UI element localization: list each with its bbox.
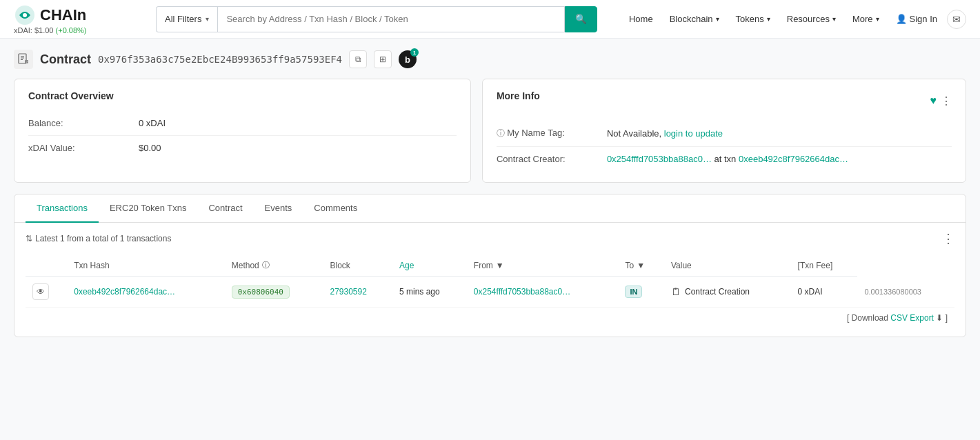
notification-badge: 1: [410, 48, 419, 57]
name-tag-row: ⓘ My Name Tag: Not Available, login to u…: [497, 121, 952, 147]
main-nav: Home Blockchain ▾ Tokens ▾ Resources ▾ M…: [622, 10, 966, 29]
download-icon: ⬇: [936, 313, 943, 323]
search-button[interactable]: 🔍: [565, 6, 597, 32]
xdai-value: $0.00: [139, 143, 161, 153]
table-row: 👁 0xeeb492c8f7962664dac… 0x60806040 2793…: [26, 277, 954, 308]
txn-hash-link[interactable]: 0xeeb492c8f7962664dac…: [74, 287, 175, 297]
page-content: ⬡ Contract 0x976f353a63c75e2EbcE24B99365…: [0, 39, 980, 348]
to-cell: 🗒 Contract Creation: [664, 277, 791, 308]
xdai-value-label: xDAI Value:: [28, 143, 139, 153]
col-method: Method ⓘ: [225, 254, 323, 277]
value-cell: 0 xDAI: [791, 277, 858, 308]
nav-tokens[interactable]: Tokens ▾: [729, 10, 777, 28]
filter-label: All Filters: [165, 14, 201, 24]
nav-home[interactable]: Home: [622, 10, 660, 28]
filter-dropdown[interactable]: All Filters ▾: [156, 6, 217, 32]
svg-rect-3: [21, 56, 24, 57]
contract-label: Contract: [40, 52, 91, 67]
table-info-text: ⇅ Latest 1 from a total of 1 transaction…: [26, 234, 171, 243]
nav-more[interactable]: More ▾: [846, 10, 886, 28]
contract-creator-row: Contract Creator: 0x254fffd7053bba88ac0……: [497, 147, 952, 171]
from-address-link[interactable]: 0x254fffd7053bba88ac0…: [474, 287, 570, 297]
tabs-container: Transactions ERC20 Token Txns Contract E…: [14, 194, 966, 337]
search-input[interactable]: [217, 6, 565, 32]
contract-creator-value: 0x254fffd7053bba88ac0… at txn 0xeeb492c8…: [607, 154, 848, 164]
logo-area: CHAIn xDAI: $1.00 (+0.08%): [14, 4, 124, 34]
creator-txn-link[interactable]: 0xeeb492c8f7962664dac…: [739, 154, 848, 164]
table-header: Txn Hash Method ⓘ Block Age From ▼ To ▼ …: [26, 254, 954, 277]
contract-icon: ⬡: [14, 50, 33, 69]
svg-rect-5: [21, 59, 23, 60]
name-tag-value: Not Available, login to update: [607, 128, 723, 139]
table-more-button[interactable]: ⋮: [942, 231, 954, 246]
csv-text: [ Download: [847, 313, 888, 323]
login-to-update-link[interactable]: login to update: [664, 128, 723, 139]
contract-svg-icon: ⬡: [17, 53, 30, 66]
copy-button[interactable]: ⧉: [349, 50, 367, 68]
col-age: Age: [392, 254, 467, 277]
txn-fee-cell: 0.001336080003: [857, 277, 954, 308]
from-cell: 0x254fffd7053bba88ac0…: [467, 277, 619, 308]
to-filter-icon[interactable]: ▼: [637, 261, 645, 270]
transactions-count-text: Latest 1 from a total of 1 transactions: [35, 234, 171, 243]
block-link[interactable]: 27930592: [330, 287, 367, 297]
more-options-button[interactable]: ⋮: [941, 94, 952, 108]
grid-view-button[interactable]: ⊞: [374, 50, 392, 68]
svg-rect-4: [21, 58, 24, 59]
chevron-down-icon: ▾: [832, 15, 836, 23]
table-area: ⇅ Latest 1 from a total of 1 transaction…: [14, 223, 966, 337]
balance-row: Balance: 0 xDAI: [28, 111, 457, 136]
table-info-row: ⇅ Latest 1 from a total of 1 transaction…: [26, 231, 954, 246]
price-change: (+0.08%): [56, 26, 87, 34]
col-empty: [26, 254, 67, 277]
col-from: From ▼: [467, 254, 619, 277]
eye-cell: 👁: [26, 277, 67, 308]
more-info-title: More Info: [497, 90, 540, 101]
csv-row: [ Download CSV Export ⬇ ]: [26, 308, 954, 328]
tab-events[interactable]: Events: [254, 194, 303, 223]
balance-value: 0 xDAI: [139, 118, 166, 128]
nav-resources[interactable]: Resources ▾: [780, 10, 843, 28]
svg-point-1: [23, 13, 27, 17]
favorite-button[interactable]: ♥: [930, 94, 937, 107]
logo[interactable]: CHAIn: [14, 4, 124, 26]
search-input-wrap: [217, 6, 565, 32]
badge-b-button[interactable]: b 1: [399, 50, 417, 68]
txn-fee-value: 0.001336080003: [864, 288, 921, 296]
contract-creation-label: Contract Creation: [685, 287, 750, 297]
contract-creation-icon: 🗒: [671, 286, 681, 297]
direction-badge: IN: [625, 286, 642, 298]
nav-blockchain[interactable]: Blockchain ▾: [663, 10, 726, 28]
tab-erc20-token-txns[interactable]: ERC20 Token Txns: [99, 194, 198, 223]
contract-overview-title: Contract Overview: [28, 90, 457, 101]
logo-icon: [14, 4, 36, 26]
tab-comments[interactable]: Comments: [303, 194, 368, 223]
tab-transactions[interactable]: Transactions: [26, 194, 99, 223]
filter-sort-icon: ⇅: [26, 234, 32, 243]
avatar[interactable]: ✉: [947, 10, 966, 29]
transactions-table: Txn Hash Method ⓘ Block Age From ▼ To ▼ …: [26, 254, 954, 308]
chevron-down-icon: ▾: [206, 15, 209, 23]
contract-address: 0x976f353a63c75e2EbcE24B993653ff9a57593E…: [98, 54, 342, 65]
sign-in-button[interactable]: 👤 Sign In: [889, 10, 944, 28]
table-body: 👁 0xeeb492c8f7962664dac… 0x60806040 2793…: [26, 277, 954, 308]
age-cell: 5 mins ago: [392, 277, 467, 308]
contract-creator-label: Contract Creator:: [497, 154, 607, 164]
contract-overview-card: Contract Overview Balance: 0 xDAI xDAI V…: [14, 79, 471, 183]
txn-hash-cell: 0xeeb492c8f7962664dac…: [67, 277, 224, 308]
block-cell: 27930592: [323, 277, 393, 308]
chevron-down-icon: ▾: [716, 15, 719, 23]
tab-contract[interactable]: Contract: [197, 194, 253, 223]
col-block: Block: [323, 254, 393, 277]
logo-text: CHAIn: [40, 6, 86, 24]
view-txn-button[interactable]: 👁: [32, 283, 49, 300]
method-info-icon[interactable]: ⓘ: [262, 260, 270, 270]
csv-export-link[interactable]: CSV Export: [890, 313, 934, 323]
price-value: xDAI: $1.00: [14, 26, 53, 34]
envelope-icon: ✉: [952, 14, 961, 25]
xdai-value-row: xDAI Value: $0.00: [28, 136, 457, 160]
creator-address-link[interactable]: 0x254fffd7053bba88ac0…: [607, 154, 712, 164]
direction-to-cell: IN: [618, 277, 664, 308]
balance-label: Balance:: [28, 118, 139, 128]
from-filter-icon[interactable]: ▼: [496, 261, 504, 270]
